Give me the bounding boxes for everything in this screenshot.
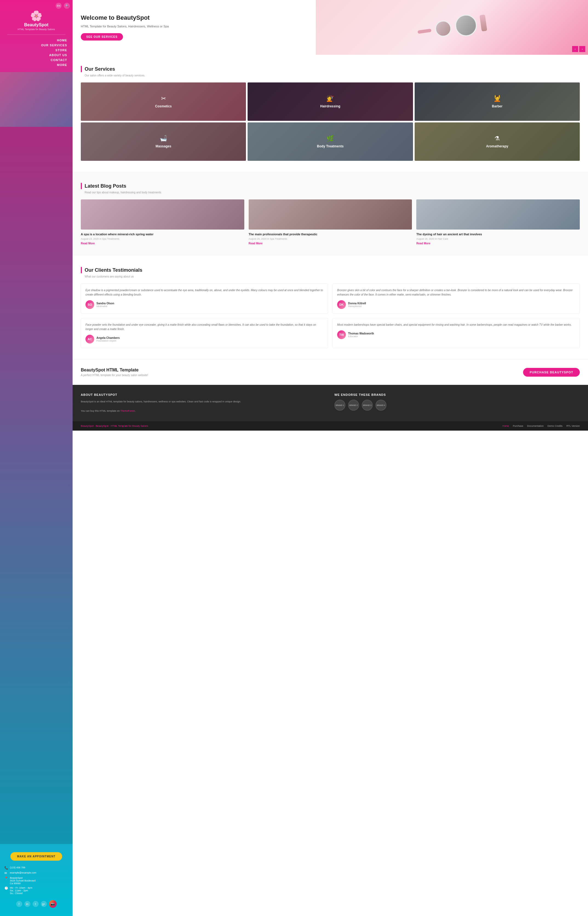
address-street: 3025 Sunset Boulevard <box>10 879 36 882</box>
massages-icon: 🛁 <box>160 135 167 142</box>
footer-link-docs[interactable]: Documentation <box>527 425 544 427</box>
address-city: Ca 90069 <box>10 882 36 885</box>
footer-link-home[interactable]: Home <box>502 425 509 427</box>
blog-card-2: The dyeing of hair an ancient art that i… <box>416 199 580 245</box>
blog-card-1: The main professionals that provide ther… <box>249 199 412 245</box>
blog-card-0: A spa is a location where mineral-rich s… <box>81 199 244 245</box>
blog-section-title: Latest Blog Posts <box>81 183 580 189</box>
barber-label: Barber <box>492 104 502 108</box>
nav-home[interactable]: HOME <box>57 39 67 42</box>
author-avatar-1: DK <box>337 300 346 309</box>
hero-prev-button[interactable]: ‹ <box>572 46 578 52</box>
search-icon[interactable]: 🔍 <box>64 3 70 9</box>
linkedin-icon[interactable]: in <box>24 901 31 907</box>
massages-label: Massages <box>155 144 171 148</box>
footer-bottom-links: Home Purchase Documentation Demo Credits… <box>502 425 580 427</box>
footer: ABOUT BEAUTYSPOT BeautySpot is an ideal … <box>73 385 588 421</box>
sidebar-contact: 📞 (123) 456 789 ✉ example@example.com 📍 … <box>0 863 73 897</box>
hero-text: Welcome to BeautySpot HTML Template for … <box>73 0 316 55</box>
service-card-cosmetics[interactable]: ✂ Cosmetics <box>81 82 246 121</box>
hero-image-mock <box>316 0 588 55</box>
themeforest-link[interactable]: ThemeForest <box>120 410 135 412</box>
blog-subtitle: Read our tips about makeup, hairdressing… <box>85 191 580 194</box>
hero-nav-arrows: ‹ › <box>572 46 585 52</box>
services-grid: ✂ Cosmetics 💇 Hairdressing 💆 Barber 🛁 <box>81 82 580 161</box>
author-role-2: Foundation expert <box>96 339 120 342</box>
blog-read-more-2[interactable]: Read More <box>416 242 580 245</box>
services-section: Our Services Our salon offers a wide var… <box>73 55 588 172</box>
blog-post-meta-0: August 23, 2020 in Spa Treatments <box>81 237 244 240</box>
author-name-1: Donna Kittrell <box>348 302 366 305</box>
footer-link-purchase[interactable]: Purchase <box>513 425 523 427</box>
brand-tagline: HTML Template for Beauty Salons <box>18 28 55 31</box>
sidebar-divider <box>7 34 65 35</box>
footer-bottom-left: BeautySpot - BeautySpot - HTML Template … <box>81 425 148 427</box>
hairdressing-label: Hairdressing <box>320 104 340 108</box>
author-avatar-3: TW <box>337 330 346 339</box>
footer-brand-link[interactable]: BeautySpot <box>81 425 94 427</box>
blog-image-1 <box>249 199 412 229</box>
cosmetics-label: Cosmetics <box>155 104 172 108</box>
footer-about-text2: You can buy this HTML template on ThemeF… <box>81 409 326 413</box>
footer-link-demo[interactable]: Demo Credits <box>548 425 562 427</box>
testimonial-text-1: Bronzer gives skin a bit of color and co… <box>337 288 575 297</box>
footer-link-rtl[interactable]: RTL Version <box>566 425 580 427</box>
barber-icon: 💆 <box>494 95 501 102</box>
service-card-overlay-massages: 🛁 Massages <box>81 123 246 161</box>
service-card-bodytreatments[interactable]: 🌿 Body Treatments <box>247 123 413 161</box>
testimonials-section-bar <box>81 267 82 273</box>
blog-image-2 <box>416 199 580 229</box>
hairdressing-icon: 💇 <box>326 95 334 102</box>
blog-post-title-1: The main professionals that provide ther… <box>249 232 412 236</box>
cta-subtitle: A perfect HTML template for your beauty … <box>81 374 148 376</box>
brand-badge-1: BRAND 2 <box>348 400 359 410</box>
lang-switcher[interactable]: EN <box>56 3 61 9</box>
hero-cta-button[interactable]: SEE OUR SERVICES <box>81 33 123 40</box>
blog-post-meta-1: August 20, 2020 in Spa Treatments <box>249 237 412 240</box>
testimonial-author-2: AC Angela Chambers Foundation expert <box>86 335 323 344</box>
nav-store[interactable]: STORE <box>55 48 67 52</box>
appointment-button[interactable]: MAKE AN APPOINTMENT <box>10 852 62 861</box>
testimonial-text-3: Most modern barbershops have special bar… <box>337 323 575 327</box>
aromatherapy-label: Aromatherapy <box>486 144 508 148</box>
service-card-overlay-barber: 💆 Barber <box>415 82 580 121</box>
nav-services[interactable]: OUR SERVICES <box>41 44 67 47</box>
contact-address-row: 📍 BeautySpot 3025 Sunset Boulevard Ca 90… <box>4 877 68 885</box>
cta-purchase-button[interactable]: PURCHASE BEAUTYSPOT <box>523 368 580 376</box>
sidebar-portrait <box>0 72 73 844</box>
brand-badge-2: BRAND 3 <box>362 400 373 410</box>
nav-contact[interactable]: CONTACT <box>51 58 67 61</box>
brand-badge-0: BRAND 1 <box>334 400 345 410</box>
footer-about: ABOUT BEAUTYSPOT BeautySpot is an ideal … <box>81 393 326 413</box>
service-card-hairdressing[interactable]: 💇 Hairdressing <box>247 82 413 121</box>
googleplus-icon[interactable]: g+ <box>41 901 47 907</box>
service-card-overlay-hairdressing: 💇 Hairdressing <box>247 82 413 121</box>
blog-section-bar <box>81 183 82 189</box>
author-avatar-2: AC <box>86 335 94 344</box>
author-role-1: Receptionist <box>348 305 366 308</box>
service-card-aromatherapy[interactable]: ⚗ Aromatherapy <box>415 123 580 161</box>
blog-read-more-0[interactable]: Read More <box>81 242 244 245</box>
nav-more[interactable]: MORE <box>57 63 67 66</box>
author-role-3: Educator <box>348 335 374 338</box>
nav-about[interactable]: ABOUT US <box>49 53 67 57</box>
author-role-0: Minimalist <box>96 305 114 308</box>
testimonials-grid: Eye shadow is a pigmented powder/cream o… <box>81 284 580 348</box>
blog-read-more-1[interactable]: Read More <box>249 242 412 245</box>
author-name-0: Sandra Olson <box>96 302 114 305</box>
blog-post-meta-2: August 18, 2020 in Hair Care <box>416 237 580 240</box>
service-card-massages[interactable]: 🛁 Massages <box>81 123 246 161</box>
hero-next-button[interactable]: › <box>579 46 585 52</box>
bodytreatments-icon: 🌿 <box>326 135 334 142</box>
hero-section: Welcome to BeautySpot HTML Template for … <box>73 0 588 55</box>
cta-title: BeautySpot HTML Template <box>81 368 148 373</box>
facebook-icon[interactable]: f <box>16 901 22 907</box>
logo-icon: 🌸 <box>18 11 55 21</box>
instagram-icon[interactable]: 📷 <box>49 900 57 908</box>
service-card-barber[interactable]: 💆 Barber <box>415 82 580 121</box>
testimonial-text-0: Eye shadow is a pigmented powder/cream o… <box>86 288 323 297</box>
blog-post-title-0: A spa is a location where mineral-rich s… <box>81 232 244 236</box>
hero-description: HTML Template for Beauty Salons, Hairdre… <box>81 24 308 29</box>
bodytreatments-label: Body Treatments <box>317 144 343 148</box>
twitter-icon[interactable]: t <box>32 901 39 907</box>
